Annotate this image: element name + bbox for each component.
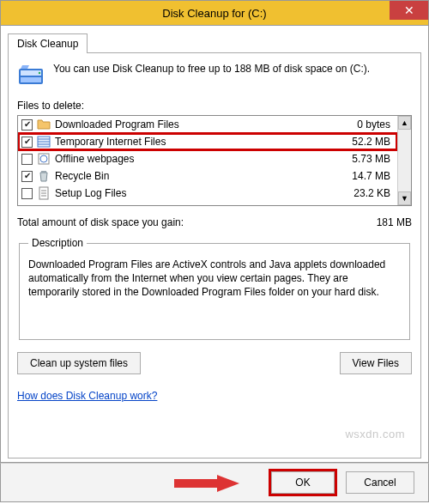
arrow-callout-icon bbox=[172, 474, 241, 493]
scrollbar[interactable]: ▲ ▼ bbox=[397, 116, 411, 205]
checkbox[interactable] bbox=[21, 119, 33, 131]
recycle-bin-icon bbox=[37, 169, 51, 183]
list-item[interactable]: Recycle Bin 14.7 MB bbox=[18, 167, 397, 185]
file-name: Downloaded Program Files bbox=[55, 118, 353, 131]
checkbox[interactable] bbox=[21, 154, 33, 165]
checkbox[interactable] bbox=[21, 171, 33, 182]
file-name: Setup Log Files bbox=[55, 187, 349, 199]
help-link[interactable]: How does Disk Cleanup work? bbox=[17, 390, 157, 402]
files-to-delete-label: Files to delete: bbox=[17, 100, 412, 112]
dialog-button-bar: OK Cancel bbox=[0, 463, 429, 502]
intro-text: You can use Disk Cleanup to free up to 1… bbox=[53, 62, 370, 89]
svg-marker-16 bbox=[217, 475, 239, 492]
ok-button[interactable]: OK bbox=[271, 471, 335, 494]
tab-header: Disk Cleanup bbox=[8, 33, 421, 53]
scroll-down-icon[interactable]: ▼ bbox=[398, 191, 411, 205]
file-name: Temporary Internet Files bbox=[55, 136, 347, 148]
file-size: 52.2 MB bbox=[352, 136, 394, 148]
cancel-button[interactable]: Cancel bbox=[346, 471, 414, 494]
button-row: Clean up system files View Files bbox=[17, 352, 412, 374]
files-list: Downloaded Program Files 0 bytes Tempora… bbox=[17, 115, 412, 206]
svg-rect-2 bbox=[21, 77, 41, 82]
svg-rect-1 bbox=[21, 70, 41, 76]
description-group: Description Downloaded Program Files are… bbox=[19, 237, 410, 340]
total-value: 181 MB bbox=[377, 216, 412, 228]
list-item[interactable]: Setup Log Files 23.2 KB bbox=[18, 185, 397, 202]
file-size: 5.73 MB bbox=[352, 153, 394, 165]
window-body: Disk Cleanup You can use Disk Cleanup to… bbox=[0, 26, 429, 463]
checkbox[interactable] bbox=[21, 188, 33, 199]
intro-row: You can use Disk Cleanup to free up to 1… bbox=[17, 62, 412, 89]
close-button[interactable]: ✕ bbox=[390, 1, 428, 20]
total-row: Total amount of disk space you gain: 181… bbox=[17, 216, 412, 228]
disk-cleanup-icon bbox=[17, 62, 45, 89]
view-files-button[interactable]: View Files bbox=[340, 352, 412, 374]
log-file-icon bbox=[37, 186, 51, 200]
offline-webpages-icon bbox=[37, 152, 51, 166]
watermark: wsxdn.com bbox=[345, 428, 405, 440]
titlebar: Disk Cleanup for (C:) ✕ bbox=[0, 0, 429, 26]
window-title: Disk Cleanup for (C:) bbox=[1, 7, 428, 20]
svg-rect-15 bbox=[174, 479, 217, 488]
scroll-up-icon[interactable]: ▲ bbox=[398, 116, 411, 130]
svg-point-3 bbox=[39, 72, 40, 74]
file-size: 23.2 KB bbox=[353, 187, 394, 199]
list-item[interactable]: Temporary Internet Files 52.2 MB bbox=[18, 133, 397, 150]
folder-icon bbox=[37, 118, 51, 131]
ok-highlight: OK bbox=[269, 469, 337, 496]
tab-content: You can use Disk Cleanup to free up to 1… bbox=[8, 53, 421, 458]
file-name: Recycle Bin bbox=[55, 170, 347, 182]
file-size: 0 bytes bbox=[357, 118, 394, 131]
total-label: Total amount of disk space you gain: bbox=[17, 216, 184, 228]
description-text: Downloaded Program Files are ActiveX con… bbox=[28, 258, 401, 300]
checkbox[interactable] bbox=[21, 137, 33, 148]
file-name: Offline webpages bbox=[55, 153, 347, 165]
svg-rect-10 bbox=[41, 171, 46, 173]
internet-files-icon bbox=[37, 135, 51, 149]
clean-up-system-files-button[interactable]: Clean up system files bbox=[17, 352, 141, 374]
list-item[interactable]: Offline webpages 5.73 MB bbox=[18, 150, 397, 167]
file-size: 14.7 MB bbox=[352, 170, 394, 182]
list-item[interactable]: Downloaded Program Files 0 bytes bbox=[18, 116, 397, 133]
tab-disk-cleanup[interactable]: Disk Cleanup bbox=[8, 33, 88, 53]
description-legend: Description bbox=[28, 237, 87, 249]
